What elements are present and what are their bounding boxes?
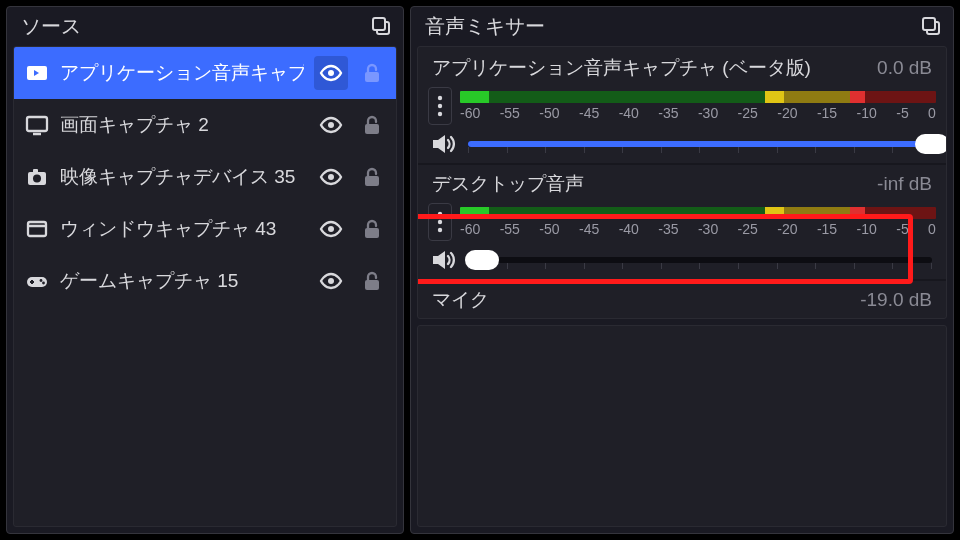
speaker-icon[interactable]	[428, 129, 458, 159]
channel-db: -19.0 dB	[860, 289, 932, 311]
level-meter: -60-55-50-45-40-35-30-25-20-15-10-50	[460, 207, 936, 237]
source-label: ウィンドウキャプチャ 43	[60, 216, 304, 242]
mixer-title: 音声ミキサー	[425, 13, 545, 40]
visibility-toggle[interactable]	[314, 264, 348, 298]
mixer-list: アプリケーション音声キャプチャ (ベータ版)0.0 dB-60-55-50-45…	[417, 46, 947, 319]
mixer-channel: アプリケーション音声キャプチャ (ベータ版)0.0 dB-60-55-50-45…	[418, 49, 946, 165]
level-meter: -60-55-50-45-40-35-30-25-20-15-10-50	[460, 91, 936, 121]
channel-db: -inf dB	[877, 173, 932, 195]
source-row[interactable]: 映像キャプチャデバイス 35	[14, 151, 396, 203]
lock-icon[interactable]	[358, 217, 386, 241]
camera-icon	[24, 164, 50, 190]
window-icon	[24, 216, 50, 242]
source-label: 映像キャプチャデバイス 35	[60, 164, 304, 190]
popout-icon[interactable]	[921, 16, 943, 38]
mixer-channel: デスクトップ音声-inf dB-60-55-50-45-40-35-30-25-…	[418, 165, 946, 281]
lock-icon[interactable]	[358, 61, 386, 85]
mixer-channel: マイク-19.0 dB-60-55-50-45-40-35-30-25-20-1…	[418, 281, 946, 319]
channel-name: アプリケーション音声キャプチャ (ベータ版)	[432, 55, 811, 81]
source-row[interactable]: ゲームキャプチャ 15	[14, 255, 396, 307]
gamepad-icon	[24, 268, 50, 294]
visibility-toggle[interactable]	[314, 160, 348, 194]
sources-panel: ソース アプリケーション音声キャプチ画面キャプチャ 2映像キャプチャデバイス 3…	[6, 6, 404, 534]
volume-slider[interactable]	[468, 248, 932, 272]
visibility-toggle[interactable]	[314, 212, 348, 246]
speaker-icon[interactable]	[428, 245, 458, 275]
channel-name: デスクトップ音声	[432, 171, 584, 197]
source-label: ゲームキャプチャ 15	[60, 268, 304, 294]
channel-menu-button[interactable]	[428, 87, 452, 125]
meter-ticks: -60-55-50-45-40-35-30-25-20-15-10-50	[460, 103, 936, 121]
source-row[interactable]: アプリケーション音声キャプチ	[14, 47, 396, 99]
channel-db: 0.0 dB	[877, 57, 932, 79]
lock-icon[interactable]	[358, 165, 386, 189]
popout-icon[interactable]	[371, 16, 393, 38]
mixer-panel: 音声ミキサー アプリケーション音声キャプチャ (ベータ版)0.0 dB-60-5…	[410, 6, 954, 534]
lock-icon[interactable]	[358, 269, 386, 293]
mixer-extra-panel	[417, 325, 947, 527]
source-label: アプリケーション音声キャプチ	[60, 60, 304, 86]
volume-slider[interactable]	[468, 132, 932, 156]
channel-menu-button[interactable]	[428, 203, 452, 241]
visibility-toggle[interactable]	[314, 108, 348, 142]
display-icon	[24, 112, 50, 138]
source-row[interactable]: ウィンドウキャプチャ 43	[14, 203, 396, 255]
source-label: 画面キャプチャ 2	[60, 112, 304, 138]
channel-name: マイク	[432, 287, 489, 313]
app-audio-icon	[24, 60, 50, 86]
visibility-toggle[interactable]	[314, 56, 348, 90]
meter-ticks: -60-55-50-45-40-35-30-25-20-15-10-50	[460, 219, 936, 237]
sources-list: アプリケーション音声キャプチ画面キャプチャ 2映像キャプチャデバイス 35ウィン…	[13, 46, 397, 527]
lock-icon[interactable]	[358, 113, 386, 137]
sources-title: ソース	[21, 13, 81, 40]
source-row[interactable]: 画面キャプチャ 2	[14, 99, 396, 151]
